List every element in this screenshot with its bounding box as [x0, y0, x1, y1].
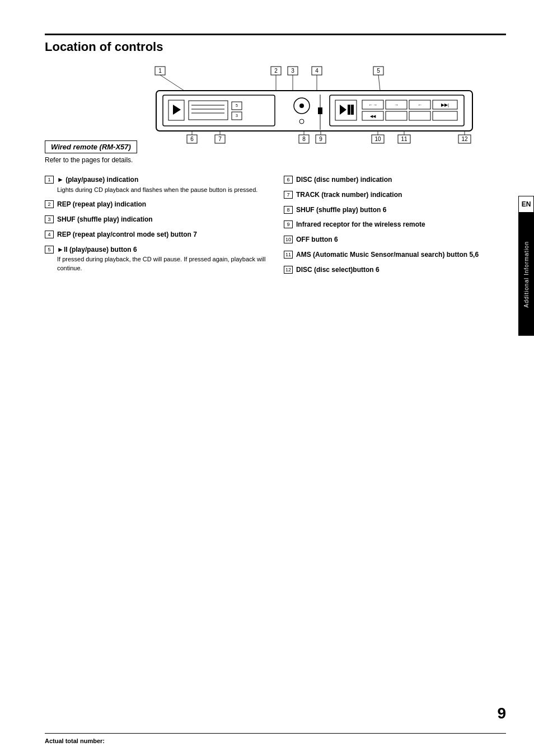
svg-rect-31	[318, 107, 322, 114]
svg-rect-49	[433, 111, 457, 120]
ctrl-num-11: 11	[284, 251, 293, 259]
section-title: Location of controls	[45, 34, 506, 54]
control-item-1: 1 ► (play/pause) indication Lights durin…	[45, 175, 267, 194]
control-item-8: 8 SHUF (shuffle play) button 6	[284, 205, 506, 215]
ctrl-num-5: 5	[45, 246, 54, 253]
side-tab-text: Additional Information	[523, 241, 530, 308]
ctrl-text-2: REP (repeat play) indication	[57, 200, 146, 209]
remote-label: Wired remote (RM-X57)	[45, 140, 137, 153]
svg-rect-36	[351, 105, 354, 115]
svg-point-29	[299, 119, 304, 124]
main-content: Location of controls Wired remote (RM-X5…	[0, 0, 534, 303]
ctrl-text-1: ► (play/pause) indication Lights during …	[57, 175, 257, 194]
svg-text:6: 6	[190, 136, 194, 142]
svg-point-28	[299, 104, 304, 108]
svg-text:2: 2	[274, 68, 278, 74]
control-item-11: 11 AMS (Automatic Music Sensor/manual se…	[284, 250, 506, 260]
footer-area: Actual total number:	[45, 733, 506, 745]
page-number: 9	[497, 705, 506, 722]
ctrl-text-3: SHUF (shuffle play) indication	[57, 215, 153, 224]
svg-text:3: 3	[291, 68, 294, 74]
ctrl-text-5: ►II (play/pause) button 6 If pressed dur…	[57, 245, 267, 273]
svg-text:7: 7	[218, 136, 222, 142]
control-item-6: 6 DISC (disc number) indication	[284, 175, 506, 185]
en-tab: EN	[518, 196, 534, 213]
control-item-12: 12 DISC (disc select)button 6	[284, 265, 506, 275]
svg-rect-19	[189, 101, 228, 120]
svg-text:12: 12	[461, 136, 468, 142]
ctrl-num-10: 10	[284, 236, 293, 243]
ctrl-text-10: OFF button 6	[296, 235, 338, 245]
svg-text:8: 8	[302, 136, 306, 142]
control-item-3: 3 SHUF (shuffle play) indication	[45, 215, 267, 224]
svg-text:◀◀: ◀◀	[370, 114, 376, 118]
svg-text:▶▶|: ▶▶|	[441, 102, 448, 107]
svg-text:5: 5	[377, 68, 380, 74]
additional-info-tab: Additional Information	[518, 213, 534, 336]
svg-text:5: 5	[236, 104, 238, 107]
ctrl-num-12: 12	[284, 266, 293, 274]
en-label: EN	[522, 200, 531, 208]
control-item-10: 10 OFF button 6	[284, 235, 506, 245]
ctrl-text-8: SHUF (shuffle play) button 6	[296, 205, 386, 215]
ctrl-text-11: AMS (Automatic Music Sensor/manual searc…	[296, 250, 479, 260]
svg-line-2	[160, 75, 184, 91]
page-container: EN Additional Information Location of co…	[0, 0, 534, 756]
ctrl-num-3: 3	[45, 215, 54, 223]
ctrl-text-12: DISC (disc select)button 6	[296, 265, 380, 275]
control-item-7: 7 TRACK (track number) indication	[284, 190, 506, 200]
svg-rect-47	[386, 111, 407, 120]
ctrl-text-7: TRACK (track number) indication	[296, 190, 402, 200]
svg-text:9: 9	[319, 136, 322, 142]
svg-text:1: 1	[158, 68, 162, 74]
refer-text: Refer to the pages for details.	[45, 156, 506, 164]
svg-text:→: →	[394, 102, 399, 107]
ctrl-text-6: DISC (disc number) indication	[296, 175, 392, 185]
control-item-4: 4 REP (repeat play/control mode set) but…	[45, 230, 267, 240]
svg-text:←→: ←→	[368, 102, 377, 107]
svg-rect-35	[348, 105, 350, 115]
svg-text:10: 10	[374, 136, 381, 142]
control-item-5: 5 ►II (play/pause) button 6 If pressed d…	[45, 245, 267, 273]
ctrl-num-8: 8	[284, 206, 293, 214]
ctrl-text-4: REP (repeat play/control mode set) butto…	[57, 230, 197, 240]
device-diagram: 1 2 3 4 5	[139, 65, 486, 149]
svg-text:4: 4	[315, 68, 318, 74]
ctrl-num-2: 2	[45, 200, 54, 208]
ctrl-num-6: 6	[284, 176, 293, 184]
controls-right-col: 6 DISC (disc number) indication 7 TRACK …	[284, 175, 506, 280]
svg-text:←: ←	[418, 102, 422, 107]
ctrl-num-7: 7	[284, 191, 293, 199]
control-item-9: 9 Infrared receptor for the wireless rem…	[284, 220, 506, 229]
control-item-2: 2 REP (repeat play) indication	[45, 200, 267, 209]
ctrl-num-9: 9	[284, 220, 293, 228]
svg-text:3: 3	[236, 114, 238, 118]
svg-rect-48	[409, 111, 430, 120]
svg-line-14	[378, 75, 380, 91]
ctrl-num-1: 1	[45, 176, 54, 184]
ctrl-num-4: 4	[45, 231, 54, 238]
controls-layout: 1 ► (play/pause) indication Lights durin…	[45, 175, 506, 280]
controls-left-col: 1 ► (play/pause) indication Lights durin…	[45, 175, 267, 280]
ctrl-text-9: Infrared receptor for the wireless remot…	[296, 220, 425, 229]
svg-text:11: 11	[401, 136, 407, 142]
footer-text: Actual total number:	[45, 738, 105, 744]
